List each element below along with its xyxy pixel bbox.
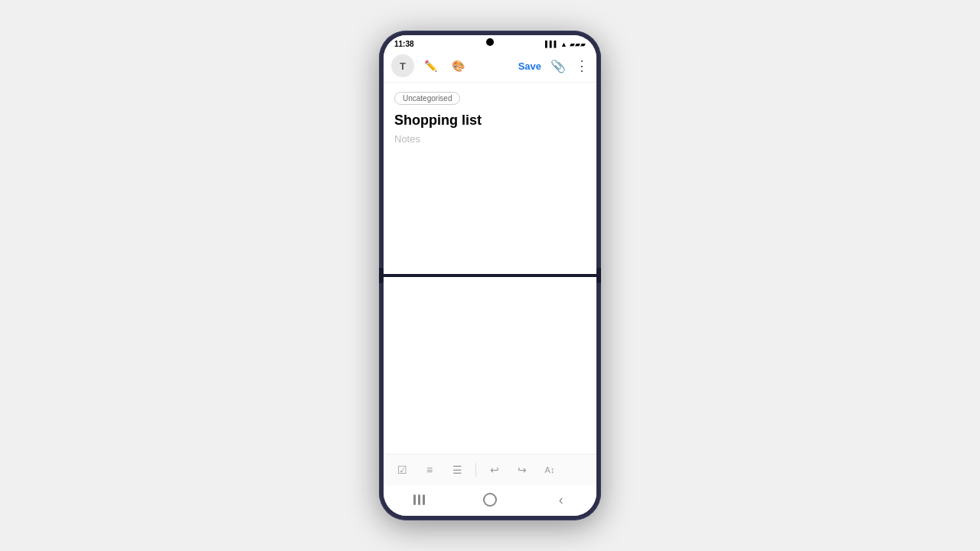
app-toolbar: T ✏️ 🎨 Save 📎 ⋮	[384, 50, 596, 83]
status-icons: ▌▌▌ ▲ ▰▰▰	[545, 41, 586, 48]
text-format-button[interactable]: T	[391, 54, 414, 77]
palette-icon: 🎨	[452, 60, 465, 72]
recent-apps-icon	[413, 494, 425, 505]
bullet-list-button[interactable]: ≡	[419, 459, 440, 481]
numbered-list-icon: ☰	[452, 464, 462, 476]
text-icon: T	[400, 60, 406, 72]
toolbar-right: Save 📎 ⋮	[518, 57, 589, 74]
nav-line-3	[423, 494, 425, 505]
toolbar-left: T ✏️ 🎨	[391, 54, 515, 77]
checkbox-insert-button[interactable]: ☑	[391, 459, 413, 481]
text-size-icon: A↕	[545, 465, 555, 474]
palette-button[interactable]: 🎨	[446, 54, 469, 77]
pen-icon: ✏️	[424, 60, 437, 72]
bullet-list-icon: ≡	[426, 464, 433, 476]
undo-button[interactable]: ↩	[484, 459, 505, 481]
attach-icon[interactable]: 📎	[550, 59, 566, 73]
note-body-placeholder[interactable]: Notes	[394, 133, 586, 145]
phone-device: 11:38 ▌▌▌ ▲ ▰▰▰ T ✏️ 🎨 Sa	[379, 31, 601, 520]
note-title[interactable]: Shopping list	[394, 112, 586, 129]
signal-icon: ▌▌▌	[545, 41, 558, 47]
pen-tool-button[interactable]: ✏️	[419, 54, 442, 77]
category-badge[interactable]: Uncategorised	[394, 92, 460, 105]
numbered-list-button[interactable]: ☰	[446, 459, 468, 481]
checkbox-icon: ☑	[397, 464, 407, 476]
note-content-area[interactable]: Uncategorised Shopping list Notes	[384, 83, 596, 454]
wifi-icon: ▲	[560, 41, 567, 48]
hinge-right	[596, 268, 601, 283]
nav-line-1	[413, 494, 416, 505]
save-button[interactable]: Save	[518, 60, 541, 72]
undo-icon: ↩	[490, 464, 499, 476]
toolbar-divider	[475, 463, 476, 477]
home-icon	[483, 493, 497, 507]
nav-bar: ‹	[384, 485, 596, 516]
nav-line-2	[418, 494, 420, 505]
status-time: 11:38	[394, 40, 414, 48]
back-icon: ‹	[559, 493, 564, 507]
camera-notch	[486, 38, 494, 46]
redo-button[interactable]: ↪	[511, 459, 533, 481]
status-bar: 11:38 ▌▌▌ ▲ ▰▰▰	[384, 35, 596, 50]
bottom-format-toolbar: ☑ ≡ ☰ ↩ ↪ A↕	[384, 454, 596, 485]
home-button[interactable]	[476, 491, 504, 508]
redo-icon: ↪	[518, 464, 527, 476]
more-menu-icon[interactable]: ⋮	[575, 57, 589, 74]
recent-apps-button[interactable]	[405, 491, 433, 508]
battery-icon: ▰▰▰	[570, 41, 586, 48]
hinge-left	[379, 268, 384, 283]
back-button[interactable]: ‹	[547, 491, 575, 508]
text-size-button[interactable]: A↕	[539, 459, 560, 481]
fold-line	[379, 274, 601, 277]
